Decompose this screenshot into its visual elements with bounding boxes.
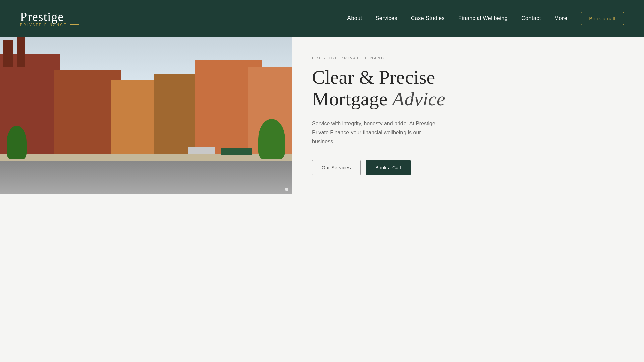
main-nav: About Services Case Studies Financial We… [347, 12, 624, 25]
logo-brand: Prestige [20, 10, 79, 23]
hero-description: Service with integrity, honesty and prid… [312, 119, 439, 146]
hero-title-italic: Advice [392, 88, 445, 110]
logo-subtitle: PRIVATE FINANCE [20, 23, 67, 27]
logo: Prestige PRIVATE FINANCE [20, 10, 79, 27]
awning-1 [188, 147, 215, 154]
nav-services[interactable]: Services [376, 15, 397, 21]
nav-more[interactable]: More [554, 15, 567, 21]
hero-buttons: Our Services Book a Call [312, 160, 624, 175]
carousel-dot [285, 188, 288, 191]
hero-tag: PRESTIGE PRIVATE FINANCE [312, 56, 624, 60]
hero-image [0, 37, 292, 194]
site-header: Prestige PRIVATE FINANCE About Services … [0, 0, 644, 37]
logo-bar-icon [70, 24, 79, 25]
nav-financial-wellbeing[interactable]: Financial Wellbeing [458, 15, 508, 21]
hero-title-line2: Mortgage [312, 88, 388, 110]
nav-contact[interactable]: Contact [521, 15, 541, 21]
nav-case-studies[interactable]: Case Studies [411, 15, 445, 21]
our-services-button[interactable]: Our Services [312, 160, 361, 175]
below-hero-area [0, 194, 644, 339]
hero-section: PRESTIGE PRIVATE FINANCE Clear & Precise… [0, 37, 644, 194]
hero-title: Clear & Precise Mortgage Advice [312, 67, 624, 110]
street-scene-illustration [0, 37, 292, 194]
logo-sub-row: PRIVATE FINANCE [20, 23, 79, 27]
road [0, 161, 292, 194]
awning-2 [221, 148, 252, 155]
hero-title-line1: Clear & Precise [312, 66, 435, 88]
nav-about[interactable]: About [347, 15, 362, 21]
greenery-left [7, 126, 27, 159]
header-book-call-button[interactable]: Book a call [581, 12, 624, 25]
greenery-right [258, 119, 285, 159]
hero-content: PRESTIGE PRIVATE FINANCE Clear & Precise… [292, 37, 644, 194]
book-a-call-button[interactable]: Book a Call [366, 160, 411, 175]
